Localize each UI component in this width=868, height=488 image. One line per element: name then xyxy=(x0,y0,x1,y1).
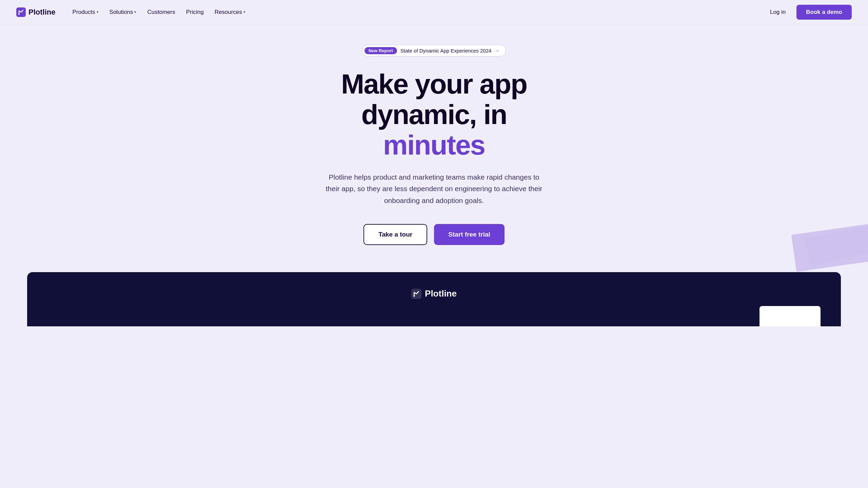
logo-icon xyxy=(16,7,26,17)
book-demo-button[interactable]: Book a demo xyxy=(796,5,852,20)
white-card-stub xyxy=(760,306,821,326)
svg-point-1 xyxy=(18,14,20,15)
start-trial-button[interactable]: Start free trial xyxy=(434,224,505,245)
badge-label: New Report xyxy=(364,47,397,54)
dark-brand-name: Plotline xyxy=(425,288,457,299)
navbar: Plotline Products ▾ Solutions ▾ Customer… xyxy=(0,0,868,24)
dark-section-logo: Plotline xyxy=(411,288,457,299)
nav-links: Products ▾ Solutions ▾ Customers Pricing… xyxy=(67,6,250,18)
deco-rect-1 xyxy=(791,222,868,272)
hero-subtitle: Plotline helps product and marketing tea… xyxy=(322,171,546,207)
nav-right: Log in Book a demo xyxy=(765,5,852,20)
dark-logo-icon xyxy=(411,289,421,299)
solutions-chevron-icon: ▾ xyxy=(134,10,136,14)
brand-name: Plotline xyxy=(28,8,55,17)
deco-rect-2 xyxy=(805,225,868,266)
decorative-shapes xyxy=(746,204,868,272)
take-tour-button[interactable]: Take a tour xyxy=(363,224,427,245)
nav-pricing[interactable]: Pricing xyxy=(181,6,209,18)
badge-arrow-icon: → xyxy=(494,48,499,54)
nav-solutions[interactable]: Solutions ▾ xyxy=(105,6,141,18)
report-badge[interactable]: New Report State of Dynamic App Experien… xyxy=(362,45,506,57)
hero-buttons: Take a tour Start free trial xyxy=(363,224,505,245)
nav-products[interactable]: Products ▾ xyxy=(67,6,103,18)
resources-chevron-icon: ▾ xyxy=(243,10,245,14)
dark-preview-section: Plotline xyxy=(27,272,841,326)
products-chevron-icon: ▾ xyxy=(97,10,99,14)
nav-left: Plotline Products ▾ Solutions ▾ Customer… xyxy=(16,6,250,18)
badge-text: State of Dynamic App Experiences 2024 xyxy=(400,48,492,54)
nav-customers[interactable]: Customers xyxy=(142,6,180,18)
nav-resources[interactable]: Resources ▾ xyxy=(210,6,250,18)
login-button[interactable]: Log in xyxy=(765,6,791,18)
logo[interactable]: Plotline xyxy=(16,7,55,17)
hero-title: Make your app dynamic, in minutes xyxy=(281,69,587,161)
hero-section: New Report State of Dynamic App Experien… xyxy=(0,24,868,272)
svg-point-3 xyxy=(413,295,415,297)
